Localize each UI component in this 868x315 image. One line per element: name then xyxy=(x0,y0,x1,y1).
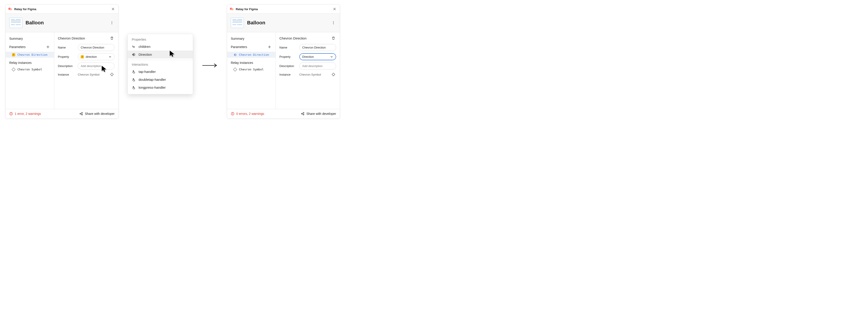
relay-panel-before: Relay for Figma Balloon Summary Paramete… xyxy=(5,4,119,118)
share-icon xyxy=(79,112,83,115)
description-input[interactable]: Add description xyxy=(78,63,115,70)
kebab-icon xyxy=(332,21,335,25)
warning-badge-icon xyxy=(81,55,84,59)
component-thumbnail xyxy=(9,18,22,28)
detail-title: Chevron Direction xyxy=(279,36,307,40)
sidebar-parameters-header: Parameters xyxy=(227,43,276,52)
diamond-icon xyxy=(12,67,16,71)
sidebar-summary[interactable]: Summary xyxy=(227,35,276,43)
sidebar-instances-header: Relay instances xyxy=(227,58,276,66)
delete-parameter-button[interactable] xyxy=(109,35,115,41)
locate-instance-button[interactable] xyxy=(331,72,336,77)
property-select[interactable]: direction xyxy=(78,53,115,60)
enter-icon xyxy=(234,53,237,57)
description-input[interactable]: Add description xyxy=(299,63,336,70)
sidebar: Summary Parameters Chevron Direction Rel… xyxy=(6,32,54,109)
instance-value: Chevron Symbol xyxy=(78,73,106,76)
locate-instance-button[interactable] xyxy=(109,72,115,77)
label-instance: Instance xyxy=(279,73,296,76)
sidebar-param-chevron-direction[interactable]: Chevron Direction xyxy=(6,52,54,58)
chevron-down-icon xyxy=(108,55,112,59)
titlebar: Relay for Figma xyxy=(6,5,118,13)
label-property: Property xyxy=(58,55,74,59)
sidebar-param-chevron-direction[interactable]: Chevron Direction xyxy=(227,52,276,58)
detail-pane: Chevron Direction Name Chevron Direction… xyxy=(54,32,118,109)
detail-pane: Chevron Direction Name Chevron Direction… xyxy=(276,32,340,109)
plugin-title: Relay for Figma xyxy=(14,7,36,11)
delete-parameter-button[interactable] xyxy=(331,35,336,41)
add-parameter-button[interactable] xyxy=(267,44,272,49)
option-direction[interactable]: Direction xyxy=(128,50,193,59)
label-property: Property xyxy=(279,55,296,59)
sidebar-instance-chevron-symbol[interactable]: Chevron Symbol xyxy=(227,66,276,72)
close-button[interactable] xyxy=(332,6,337,11)
popup-section-interactions: Interactions xyxy=(128,61,193,68)
transition-arrow-icon xyxy=(202,63,218,68)
plus-icon xyxy=(268,45,271,48)
kebab-icon xyxy=(110,21,114,25)
status-bar[interactable]: 0 errors, 2 warnings xyxy=(231,112,264,115)
label-description: Description xyxy=(58,64,74,68)
option-children[interactable]: children xyxy=(128,43,193,50)
label-name: Name xyxy=(279,46,296,49)
component-header: Balloon xyxy=(6,13,118,32)
component-thumbnail xyxy=(231,18,244,28)
popup-section-properties: Properties xyxy=(128,36,193,43)
titlebar: Relay for Figma xyxy=(227,5,340,13)
component-name: Balloon xyxy=(247,20,328,26)
property-select[interactable]: Direction xyxy=(299,53,336,60)
component-header: Balloon xyxy=(227,13,340,32)
sidebar: Summary Parameters Chevron Direction Rel… xyxy=(227,32,276,109)
label-instance: Instance xyxy=(58,73,74,76)
detail-title: Chevron Direction xyxy=(58,36,85,40)
sidebar-instances-header: Relay instances xyxy=(6,58,54,66)
name-input[interactable]: Chevron Direction xyxy=(78,44,115,51)
add-parameter-button[interactable] xyxy=(45,44,51,49)
option-longpress-handler[interactable]: longpress-handler xyxy=(128,83,193,92)
option-tap-handler[interactable]: tap-handler xyxy=(128,68,193,76)
label-name: Name xyxy=(58,46,74,49)
tap-icon xyxy=(132,78,135,81)
trash-icon xyxy=(110,36,114,40)
relay-logo-icon xyxy=(230,8,234,10)
status-bar[interactable]: 1 error, 2 warnings xyxy=(9,112,41,115)
instance-value: Chevron Symbol xyxy=(299,73,328,76)
plus-icon xyxy=(46,45,50,48)
children-icon xyxy=(132,45,135,48)
share-with-developer-button[interactable]: Share with developer xyxy=(301,112,336,115)
option-doubletap-handler[interactable]: doubletap-handler xyxy=(128,76,193,83)
trash-icon xyxy=(332,36,335,40)
relay-logo-icon xyxy=(8,8,12,10)
close-icon xyxy=(333,7,336,11)
diamond-icon xyxy=(233,67,237,71)
close-icon xyxy=(112,7,115,11)
tap-icon xyxy=(132,70,135,74)
tap-icon xyxy=(132,86,135,90)
close-button[interactable] xyxy=(111,6,116,11)
component-menu-button[interactable] xyxy=(109,20,115,26)
target-icon xyxy=(332,73,335,76)
relay-panel-after: Relay for Figma Balloon Summary Paramete… xyxy=(227,4,340,118)
enter-icon xyxy=(132,53,135,57)
share-icon xyxy=(301,112,305,115)
component-menu-button[interactable] xyxy=(331,20,336,26)
target-icon xyxy=(110,73,114,76)
alert-icon xyxy=(9,112,13,115)
sidebar-instance-chevron-symbol[interactable]: Chevron Symbol xyxy=(6,66,54,72)
alert-icon xyxy=(231,112,235,115)
property-dropdown-menu: Properties children Direction Interactio… xyxy=(127,34,193,94)
warning-badge-icon xyxy=(12,53,15,57)
label-description: Description xyxy=(279,64,296,68)
name-input[interactable]: Chevron Direction xyxy=(299,44,336,51)
chevron-down-icon xyxy=(330,55,333,59)
plugin-title: Relay for Figma xyxy=(236,7,258,11)
share-with-developer-button[interactable]: Share with developer xyxy=(79,112,115,115)
sidebar-summary[interactable]: Summary xyxy=(6,35,54,43)
component-name: Balloon xyxy=(26,20,106,26)
sidebar-parameters-header: Parameters xyxy=(6,43,54,52)
